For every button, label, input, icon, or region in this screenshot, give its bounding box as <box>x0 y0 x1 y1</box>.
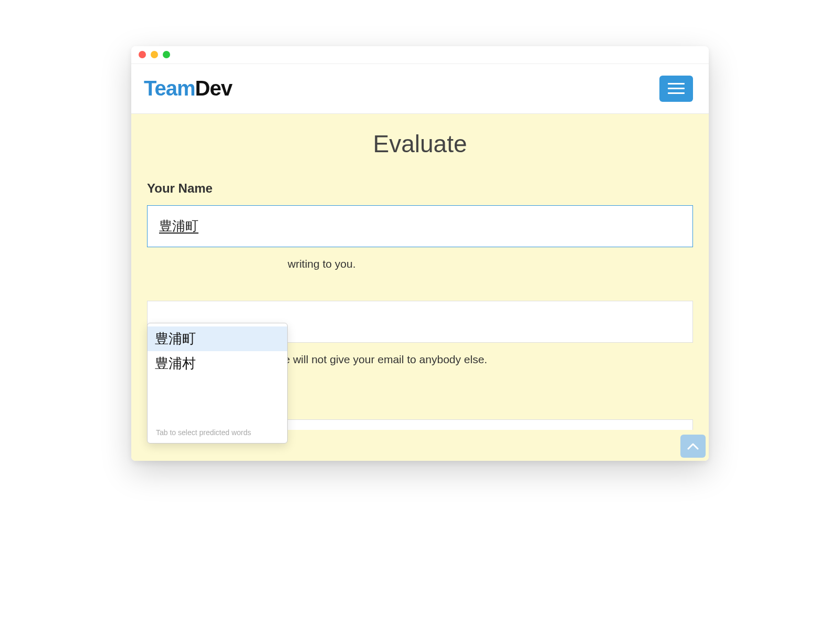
mac-titlebar <box>131 46 709 64</box>
name-input[interactable]: 豊浦町 <box>147 205 693 247</box>
field-group-name: Your Name 豊浦町 writing to you. <box>147 181 693 270</box>
name-helper-text: writing to you. <box>147 258 693 270</box>
logo-part2: Dev <box>195 77 232 100</box>
app-window: TeamDev Evaluate Your Name 豊浦町 writing t… <box>131 46 709 461</box>
page-title: Evaluate <box>147 130 693 158</box>
window-zoom-button[interactable] <box>163 51 170 58</box>
logo: TeamDev <box>144 77 232 100</box>
window-minimize-button[interactable] <box>151 51 158 58</box>
ime-candidate-popup: 豊浦町 豊浦村 Tab to select predicted words <box>147 323 288 444</box>
chevron-up-icon <box>687 442 699 450</box>
ime-composition-text: 豊浦町 <box>159 217 198 235</box>
window-close-button[interactable] <box>139 51 146 58</box>
logo-part1: Team <box>144 77 195 100</box>
menu-button[interactable] <box>659 76 693 102</box>
ime-hint-text: Tab to select predicted words <box>148 376 287 439</box>
ime-candidate-1[interactable]: 豊浦村 <box>148 351 287 376</box>
name-label: Your Name <box>147 181 693 196</box>
hamburger-icon <box>668 83 685 85</box>
app-header: TeamDev <box>131 64 709 114</box>
ime-candidate-0[interactable]: 豊浦町 <box>148 326 287 351</box>
scroll-to-top-button[interactable] <box>680 435 706 458</box>
page-content: Evaluate Your Name 豊浦町 writing to you. W… <box>131 114 709 461</box>
